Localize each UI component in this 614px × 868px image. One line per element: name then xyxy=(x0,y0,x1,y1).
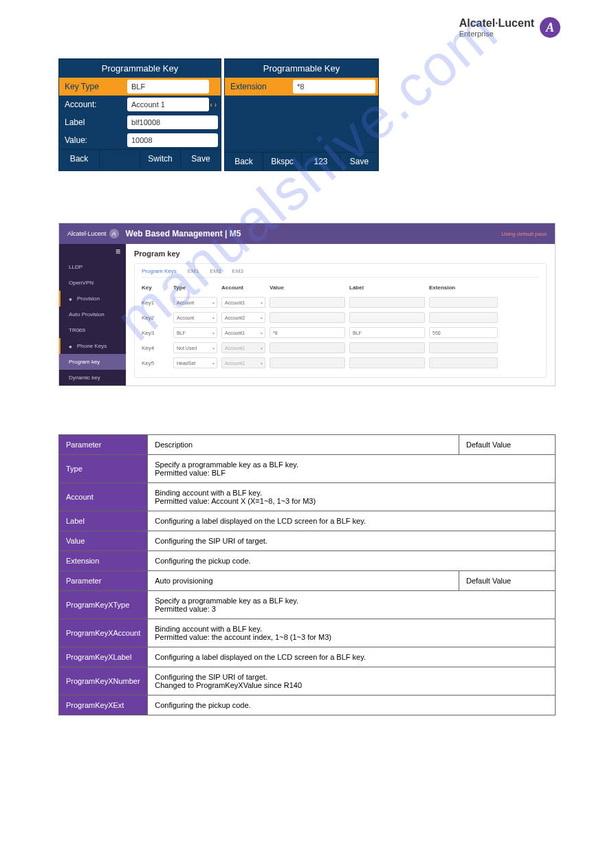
phone-field-label: Key Type xyxy=(62,82,127,91)
select-field[interactable]: Not Used▾ xyxy=(173,342,217,353)
select-field[interactable]: Account▾ xyxy=(173,297,217,308)
phone-field-value[interactable]: 10008 xyxy=(127,133,218,147)
softkey-button[interactable]: Switch xyxy=(140,149,180,168)
sidebar-label: Dynamic key xyxy=(69,375,100,381)
sidebar-item[interactable]: ●Provision xyxy=(59,291,126,307)
text-field[interactable]: *8 xyxy=(270,327,345,338)
sidebar-label: OpenVPN xyxy=(69,280,94,286)
softkey-button[interactable]: Back xyxy=(59,149,99,168)
param-desc: Configuring a label displayed on the LCD… xyxy=(148,647,556,667)
chevron-down-icon: ▾ xyxy=(212,300,215,305)
column-header: Label xyxy=(349,285,425,291)
wm-sidebar: ≡ LLDPOpenVPN●ProvisionAuto ProvisionTR0… xyxy=(59,244,126,386)
phone-field: Extension*8 xyxy=(225,78,378,96)
text-field[interactable] xyxy=(349,312,425,323)
text-field xyxy=(270,357,345,368)
param-desc: Auto provisioning xyxy=(148,571,459,591)
select-field[interactable]: Account2▾ xyxy=(221,312,265,323)
select-field[interactable]: HeadSet▾ xyxy=(173,357,217,368)
hamburger-icon[interactable]: ≡ xyxy=(59,244,126,259)
arrows-icon[interactable]: ‹ › xyxy=(209,101,218,109)
text-field xyxy=(429,357,498,368)
column-header: Extension xyxy=(429,285,498,291)
text-field[interactable]: BLF xyxy=(349,327,425,338)
sidebar-icon: ● xyxy=(69,344,74,349)
brand-b: Lucent xyxy=(498,17,534,29)
chevron-down-icon: ▾ xyxy=(261,361,263,366)
phone-panel-right: Programmable Key Extension*8 BackBkspc12… xyxy=(224,58,379,171)
table-row: Key1Account▾Account1▾ xyxy=(142,295,539,310)
softkey-button[interactable]: Save xyxy=(340,152,378,170)
phone-left-title: Programmable Key xyxy=(59,59,221,78)
text-field[interactable] xyxy=(270,297,345,308)
phone-field: Value:10008 xyxy=(59,131,221,149)
phone-field-value[interactable]: blf10008 xyxy=(127,115,218,129)
column-header: Type xyxy=(173,285,217,291)
param-name: ProgramKeyXLabel xyxy=(59,647,148,667)
wm-title: Web Based Management | M5 xyxy=(126,229,241,238)
sidebar-item[interactable]: Auto Provision xyxy=(59,307,126,322)
phone-screenshots: Programmable Key Key TypeBLF‹ ›Account:A… xyxy=(58,58,614,171)
param-name: Extension xyxy=(59,551,148,571)
param-name: Value xyxy=(59,531,148,551)
sidebar-item[interactable]: LLDP xyxy=(59,259,126,275)
softkey-button[interactable]: 123 xyxy=(301,152,340,170)
phone-field-value[interactable]: BLF xyxy=(127,80,209,93)
phone-field: Labelblf10008 xyxy=(59,113,221,131)
text-field[interactable]: 550 xyxy=(429,327,498,338)
chevron-down-icon: ▾ xyxy=(212,315,215,320)
param-desc: Description xyxy=(148,435,459,455)
softkey-button xyxy=(99,149,140,168)
wm-logo: Alcatel·Lucent A xyxy=(67,229,119,238)
chevron-down-icon: ▾ xyxy=(261,300,263,305)
select-field[interactable]: Account1▾ xyxy=(221,297,265,308)
text-field[interactable] xyxy=(270,312,345,323)
param-desc: Binding account with a BLF key. Permitte… xyxy=(148,483,556,511)
sidebar-item[interactable]: TR069 xyxy=(59,322,126,338)
param-desc: Specify a programmable key as a BLF key.… xyxy=(148,455,556,483)
brand-glyph-icon: A xyxy=(540,17,560,38)
column-header: Value xyxy=(270,285,345,291)
sidebar-item[interactable]: OpenVPN xyxy=(59,275,126,291)
select-field[interactable]: Account1▾ xyxy=(221,327,265,338)
softkey-button[interactable]: Bkspc xyxy=(263,152,301,170)
softkey-button[interactable]: Back xyxy=(225,152,263,170)
text-field[interactable] xyxy=(429,312,498,323)
tab[interactable]: Program Keys xyxy=(142,268,177,274)
text-field[interactable] xyxy=(429,297,498,308)
param-desc: Configuring the SIP URI of target. Chang… xyxy=(148,667,556,695)
chevron-down-icon: ▾ xyxy=(212,346,215,350)
wm-tabs: Program KeysEM1EM2EM3 xyxy=(142,268,539,278)
param-desc: Configuring the pickup code. xyxy=(148,551,556,571)
phone-right-title: Programmable Key xyxy=(225,59,378,78)
arrows-icon[interactable]: ‹ › xyxy=(209,83,218,91)
select-field[interactable]: BLF▾ xyxy=(173,327,217,338)
phone-field-value[interactable]: *8 xyxy=(293,80,375,93)
phone-field-label: Account: xyxy=(62,100,127,109)
tab[interactable]: EM3 xyxy=(232,268,243,274)
sidebar-icon: ● xyxy=(69,296,74,302)
param-name: ProgramKeyXNumber xyxy=(59,667,148,695)
tab[interactable]: EM1 xyxy=(188,268,199,274)
param-default: Default Value xyxy=(459,571,556,591)
select-field[interactable]: Account▾ xyxy=(173,312,217,323)
wm-main: Program key Program KeysEM1EM2EM3 KeyTyp… xyxy=(126,244,555,386)
param-name: Type xyxy=(59,455,148,483)
table-row: Key4Not Used▾Account1▾ xyxy=(142,340,539,355)
tab[interactable]: EM2 xyxy=(210,268,221,274)
sidebar-item[interactable]: Program key xyxy=(59,354,126,370)
column-header: Account xyxy=(221,285,265,291)
brand-a: Alcatel xyxy=(459,17,495,29)
text-field xyxy=(270,342,345,353)
text-field[interactable] xyxy=(349,297,425,308)
param-name: Parameter xyxy=(59,435,148,455)
sidebar-item[interactable]: Dynamic key xyxy=(59,370,126,386)
softkey-button[interactable]: Save xyxy=(180,149,221,168)
phone-field-value[interactable]: Account 1 xyxy=(127,98,209,111)
sidebar-item[interactable]: ●Phone Keys xyxy=(59,338,126,354)
chevron-down-icon: ▾ xyxy=(261,315,263,320)
row-key: Key5 xyxy=(142,360,169,366)
table-row: Key2Account▾Account2▾ xyxy=(142,310,539,325)
chevron-down-icon: ▾ xyxy=(212,331,215,335)
param-name: Parameter xyxy=(59,571,148,591)
